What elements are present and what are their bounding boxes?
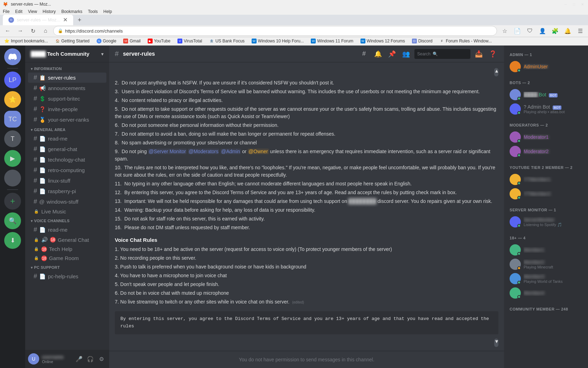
channel-invite-people[interactable]: # ❓ invite-people [28, 104, 106, 114]
channel-general-chat[interactable]: # 📄 general-chat [28, 144, 106, 154]
menu-bookmarks[interactable]: Bookmarks [61, 9, 82, 14]
bot-2[interactable]: ? Admin Bot BOT Playing ahelp • atlas.bo… [507, 102, 585, 116]
category-information-header[interactable]: ▾ INFORMATION [25, 65, 109, 72]
category-voice-header[interactable]: ▾ VOICE CHANNELS [25, 217, 109, 224]
maximize-button[interactable]: □ [571, 1, 577, 7]
menu-history[interactable]: History [43, 9, 56, 14]
add-server-button[interactable]: + [4, 193, 21, 210]
menu-help[interactable]: Help [103, 9, 112, 14]
adult-member-4[interactable]: Member4 [507, 286, 585, 300]
tab-close-button[interactable]: ✕ [63, 16, 68, 23]
channel-windows-stuff[interactable]: # @ windows-stuff [28, 197, 106, 207]
category-general-header[interactable]: ▾ GENERAL AREA [25, 126, 109, 133]
admin-member-1[interactable]: AdminUser [507, 60, 585, 74]
bot-1[interactable]: ████ Bot BOT [507, 88, 585, 102]
refresh-button[interactable]: ↻ [28, 26, 38, 36]
yt-member-2[interactable]: YTMember2 [507, 187, 585, 201]
explore-icon[interactable]: 🔍 [4, 212, 21, 229]
channel-live-music[interactable]: 🔒 Live Music [28, 207, 106, 216]
channel-technology-chat[interactable]: # 📄 technology-chat [28, 155, 106, 165]
channel-raspberry-pi[interactable]: # 📄 raspberry-pi [28, 186, 106, 196]
channel-general-chat-voice[interactable]: 🔒 🔊 18 General Chat [28, 235, 106, 244]
channel-voice-read-me[interactable]: # 📄 read-me [28, 225, 106, 235]
server-icon-tech[interactable]: TC [4, 111, 21, 128]
address-bar[interactable]: 🔒 https://discord.com/channels [53, 26, 497, 36]
extensions-icon[interactable]: 🧩 [550, 26, 560, 36]
close-button[interactable]: ✕ [580, 1, 585, 7]
mention-owner[interactable]: @Owner [248, 149, 268, 154]
server-icon-4[interactable]: T [4, 130, 21, 147]
menu-icon[interactable]: ☰ [575, 26, 585, 36]
adult-member-2[interactable]: Member2 Playing Minecraft [507, 257, 585, 271]
channel-retro-computing[interactable]: # 📄 retro-computing [28, 165, 106, 175]
bookmark-virustotal[interactable]: V VirusTotal [176, 38, 203, 44]
pin-icon[interactable]: 📌 [386, 48, 398, 60]
bookmark-discord[interactable]: D Discord [411, 38, 434, 44]
channel-icon: 🔊 [41, 237, 48, 243]
back-button[interactable]: ← [3, 26, 13, 36]
profile-icon[interactable]: 👤 [538, 26, 547, 36]
shield-icon[interactable]: 🛡 [525, 26, 535, 36]
members-icon[interactable]: 👥 [400, 48, 412, 60]
home-button[interactable]: ⌂ [41, 26, 50, 36]
channel-linux-stuff[interactable]: # 📄 linux-stuff [28, 176, 106, 186]
settings-button[interactable]: ⚙ [97, 354, 106, 364]
mod-2[interactable]: Moderator2 [507, 144, 585, 158]
channel-support-britec[interactable]: # 💲 support-britec [28, 94, 106, 104]
notification-icon[interactable]: 🔔 [563, 26, 573, 36]
adult-member-3[interactable]: Member3 Playing World of Tanks [507, 272, 585, 286]
mention-admin[interactable]: @Admin [220, 149, 241, 154]
bookmark-youtube[interactable]: ▶ YouTube [146, 38, 172, 44]
bookmark-star-icon[interactable]: ☆ [500, 26, 510, 36]
channel-server-rules[interactable]: # 📋 server-rules [28, 73, 106, 83]
inbox-icon[interactable]: 📥 [473, 48, 484, 60]
scroll-up-button[interactable]: ▲ [494, 68, 498, 76]
threads-icon[interactable]: # [358, 48, 370, 60]
reader-mode-button[interactable]: 📄 [512, 26, 522, 36]
deafen-button[interactable]: 🎧 [85, 354, 95, 364]
channel-read-me[interactable]: # 📄 read-me [28, 134, 106, 144]
messages-container[interactable]: ▲ 2. Do not post anything that is NSFW. … [109, 62, 504, 351]
bookmark-forum-rules[interactable]: F Forum Rules - Window... [438, 38, 493, 44]
help-icon[interactable]: ❓ [487, 48, 498, 60]
channel-announcements[interactable]: # 📢 announcements [28, 83, 106, 93]
menu-file[interactable]: File [3, 9, 9, 14]
adult-member-1[interactable]: Member1 [507, 243, 585, 257]
active-tab[interactable]: D server-rules — Moz... ✕ [3, 15, 73, 25]
scroll-down-button[interactable]: ▼ [494, 339, 498, 347]
new-tab-button[interactable]: + [75, 15, 84, 25]
bookmark-google[interactable]: G Google [95, 38, 118, 44]
forward-button[interactable]: → [15, 26, 25, 36]
server-header[interactable]: ████ Tech Community ▾ [25, 46, 109, 62]
channel-server-ranks[interactable]: # 🏅 your-server-ranks [28, 115, 106, 125]
bookmark-win12[interactable]: W Windows 12 Forums [359, 38, 406, 44]
bookmark-win10[interactable]: W Windows 10 Help Foru... [250, 38, 305, 44]
server-icon-5[interactable]: ▶ [4, 150, 21, 167]
mod-1[interactable]: Moderator1 [507, 130, 585, 144]
discord-home-button[interactable] [4, 48, 21, 65]
channel-tech-help-voice[interactable]: 🔒 18 Tech Help [28, 245, 106, 253]
bookmark-import[interactable]: ⭐ Import bookmarks... [3, 38, 49, 44]
bookmark-getting-started[interactable]: 🏠 Getting Started [54, 38, 91, 44]
server-icon-6[interactable] [4, 170, 21, 186]
channel-game-room-voice[interactable]: 🔒 18 Game Room [28, 254, 106, 263]
channel-pc-help-rules[interactable]: # 📄 pc-help-rules [28, 271, 106, 281]
server-icon-yellow[interactable]: ⭐ [4, 91, 21, 108]
category-pc-support-header[interactable]: ▾ PC SUPPORT [25, 264, 109, 271]
server-monitor-member[interactable]: ServerMonitor Listening to Spotify 🎵 [507, 215, 585, 229]
mute-button[interactable]: 🎤 [74, 354, 84, 364]
bookmark-usbank[interactable]: 🏦 US Bank Focus [208, 38, 246, 44]
minimize-button[interactable]: ─ [563, 1, 568, 7]
search-bar[interactable]: Search 🔍 [414, 49, 470, 59]
menu-tools[interactable]: Tools [88, 9, 98, 14]
menu-view[interactable]: View [28, 9, 37, 14]
bookmark-gmail[interactable]: M Gmail [122, 38, 142, 44]
notification-settings-icon[interactable]: 🔔 [372, 48, 384, 60]
yt-member-1[interactable]: YTMember1 [507, 172, 585, 186]
server-icon-lp[interactable]: LP [4, 71, 21, 88]
mention-moderators[interactable]: @Moderators [188, 149, 219, 154]
menu-edit[interactable]: Edit [15, 9, 22, 14]
bookmark-win11[interactable]: W Windows 11 Forum [309, 38, 355, 44]
mention-server-monitor[interactable]: @Server Monitor [148, 149, 187, 154]
download-icon[interactable]: ⬇ [4, 232, 21, 249]
